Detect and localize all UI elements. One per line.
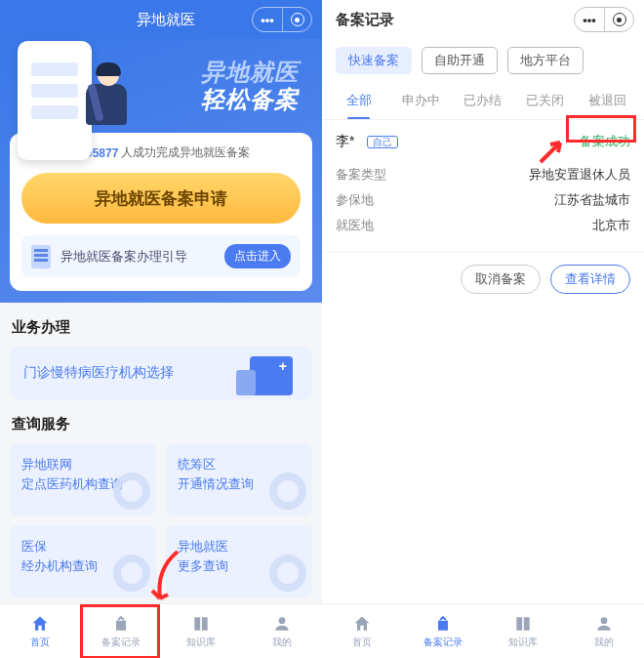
records-panel: 快速备案 自助开通 地方平台 全部 申办中 已办结 已关闭 被退回 李* 自己 … <box>322 39 644 603</box>
tab-home[interactable]: 首页 <box>322 604 403 658</box>
hero-text-2: 轻松备案 <box>201 86 299 113</box>
header: 异地就医 ••• <box>0 0 322 39</box>
cancel-button[interactable]: 取消备案 <box>461 265 541 294</box>
miniprogram-capsule[interactable]: ••• <box>574 7 634 32</box>
tab-returned[interactable]: 被退回 <box>576 82 638 119</box>
page-title: 异地就医 <box>62 11 269 29</box>
filter-quick[interactable]: 快速备案 <box>336 47 412 74</box>
close-icon[interactable] <box>282 8 311 31</box>
filter-row: 快速备案 自助开通 地方平台 <box>322 39 644 82</box>
self-tag: 自己 <box>367 136 398 148</box>
service-grid: 异地联网定点医药机构查询 统筹区开通情况查询 医保经办机构查询 异地就医更多查询 <box>10 443 312 597</box>
tab-records[interactable]: 备案记录 <box>81 604 162 658</box>
tabbar: 首页 备案记录 知识库 我的 <box>322 603 644 658</box>
main-scroll[interactable]: 业务办理 门诊慢特病医疗机构选择 查询服务 异地联网定点医药机构查询 统筹区开通… <box>0 303 322 603</box>
apply-button[interactable]: 异地就医备案申请 <box>21 173 301 224</box>
person-illustration <box>78 64 135 139</box>
tab-records[interactable]: 备案记录 <box>403 604 484 658</box>
svg-point-1 <box>600 617 607 624</box>
guide-row[interactable]: 异地就医备案办理引导 点击进入 <box>21 235 301 277</box>
guide-label: 异地就医备案办理引导 <box>60 248 187 266</box>
more-icon[interactable]: ••• <box>575 8 604 31</box>
svc-network[interactable]: 异地联网定点医药机构查询 <box>10 443 156 515</box>
status-tabs: 全部 申办中 已办结 已关闭 被退回 <box>322 82 644 120</box>
tab-mine[interactable]: 我的 <box>242 604 323 658</box>
svc-insurance[interactable]: 医保经办机构查询 <box>10 525 156 597</box>
svc-more[interactable]: 异地就医更多查询 <box>166 525 312 597</box>
tab-closed[interactable]: 已关闭 <box>514 82 577 119</box>
record-name: 李* <box>336 133 354 148</box>
tab-home[interactable]: 首页 <box>0 604 81 658</box>
svc-region[interactable]: 统筹区开通情况查询 <box>166 443 312 515</box>
header: 备案记录 ••• <box>322 0 644 39</box>
record-status: 备案成功 <box>580 133 630 150</box>
page-title: 备案记录 <box>336 11 574 29</box>
left-screen: 异地就医 ••• 异地就医 轻松备案 已有 11595877 人成功完成异地就医… <box>0 0 322 658</box>
filter-self[interactable]: 自助开通 <box>422 47 498 74</box>
tab-done[interactable]: 已办结 <box>452 82 514 119</box>
close-icon[interactable] <box>604 8 633 31</box>
section-query-title: 查询服务 <box>12 415 310 433</box>
filter-local[interactable]: 地方平台 <box>507 47 584 74</box>
tab-all[interactable]: 全部 <box>328 82 390 119</box>
record-item[interactable]: 李* 自己 备案成功 备案类型异地安置退休人员 参保地江苏省盐城市 就医地北京市 <box>322 120 644 253</box>
svg-point-0 <box>278 617 285 624</box>
detail-button[interactable]: 查看详情 <box>550 265 630 294</box>
tab-knowledge[interactable]: 知识库 <box>161 604 242 658</box>
hero-banner: 异地就医 轻松备案 已有 11595877 人成功完成异地就医备案 异地就医备案… <box>0 39 322 303</box>
tab-mine[interactable]: 我的 <box>564 604 645 658</box>
guide-cta[interactable]: 点击进入 <box>224 244 291 268</box>
hero-text-1: 异地就医 <box>201 59 299 86</box>
record-actions: 取消备案 查看详情 <box>322 253 644 306</box>
document-icon <box>31 245 51 268</box>
tab-knowledge[interactable]: 知识库 <box>483 604 564 658</box>
hospital-icon <box>250 356 293 395</box>
biz-card[interactable]: 门诊慢特病医疗机构选择 <box>10 347 312 399</box>
tab-processing[interactable]: 申办中 <box>390 82 453 119</box>
right-screen: 备案记录 ••• 快速备案 自助开通 地方平台 全部 申办中 已办结 已关闭 被… <box>322 0 644 658</box>
section-biz-title: 业务办理 <box>12 318 310 337</box>
tabbar: 首页 备案记录 知识库 我的 <box>0 603 322 658</box>
